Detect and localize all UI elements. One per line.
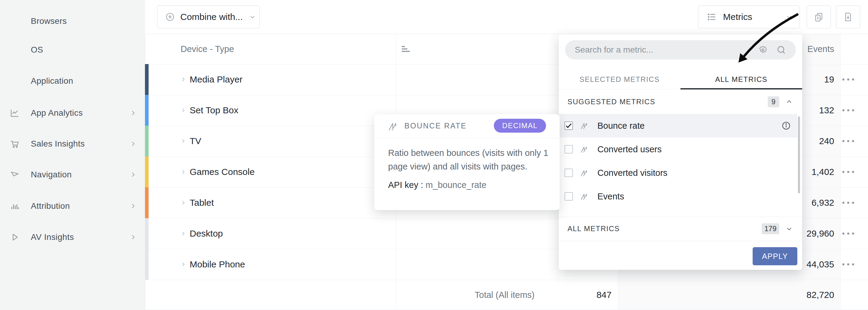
row-actions-menu[interactable] — [842, 202, 854, 204]
suggested-metrics-header[interactable]: SUGGESTED METRICS 9 — [559, 89, 802, 114]
copy-icon — [813, 11, 824, 22]
sidebar-item-sales-insights[interactable]: Sales Insights — [0, 135, 145, 153]
metric-label: Bounce rate — [597, 121, 645, 131]
caret-right-icon[interactable] — [180, 261, 187, 268]
tab-label: SELECTED METRICS — [580, 75, 660, 84]
info-icon[interactable] — [782, 121, 791, 130]
events-value: 1,402 — [811, 167, 834, 177]
events-value: 6,932 — [811, 197, 834, 208]
play-icon — [10, 232, 20, 242]
row-actions-menu[interactable] — [842, 140, 854, 142]
app-root: Browsers OS Application App Analytics Sa… — [0, 0, 868, 310]
column-header-dimension[interactable]: Device - Type — [181, 44, 234, 54]
pennant-icon — [10, 169, 20, 180]
chevron-right-icon — [129, 109, 137, 117]
count-badge: 9 — [768, 96, 779, 107]
tab-selected-metrics[interactable]: SELECTED METRICS — [559, 69, 680, 90]
caret-right-icon[interactable] — [180, 107, 187, 114]
checkbox[interactable] — [564, 168, 573, 177]
sidebar-item-attribution[interactable]: Attribution — [0, 197, 145, 215]
sidebar-item-os[interactable]: OS — [0, 41, 145, 59]
row-color-stripe — [145, 187, 149, 218]
apply-button[interactable]: APPLY — [753, 247, 797, 265]
search-placeholder: Search for a metric... — [575, 45, 653, 55]
plus-circle-icon — [165, 12, 175, 22]
sidebar-item-label: App Analytics — [31, 108, 83, 118]
metric-label: Converted visitors — [597, 168, 668, 178]
total-events-value: 82,720 — [806, 290, 834, 300]
toolbar: Combine with... Metrics — [145, 0, 868, 34]
chevron-down-icon — [249, 13, 256, 21]
row-actions-menu[interactable] — [842, 171, 854, 173]
divider — [374, 138, 560, 138]
panel-scrollbar[interactable] — [798, 116, 800, 193]
section-label: SUGGESTED METRICS — [567, 98, 655, 106]
row-color-stripe — [145, 95, 149, 126]
events-value: 240 — [819, 136, 834, 146]
metric-zigzag-icon — [580, 191, 590, 201]
sidebar: Browsers OS Application App Analytics Sa… — [0, 0, 145, 310]
chevron-right-icon — [129, 171, 137, 179]
sidebar-item-browsers[interactable]: Browsers — [0, 12, 145, 30]
tab-all-metrics[interactable]: ALL METRICS — [680, 69, 802, 90]
metric-row-events[interactable]: Events — [559, 185, 797, 208]
metric-search-input[interactable]: Search for a metric... — [565, 40, 796, 60]
row-actions-menu[interactable] — [842, 79, 854, 81]
tooltip-api-key: API key : m_bounce_rate — [388, 180, 487, 190]
metric-row-converted-users[interactable]: Converted users — [559, 137, 797, 161]
search-icon[interactable] — [776, 44, 787, 55]
sidebar-item-av-insights[interactable]: AV Insights — [0, 228, 145, 246]
row-label: Mobile Phone — [190, 259, 245, 270]
checkbox[interactable] — [564, 145, 573, 154]
sidebar-item-navigation[interactable]: Navigation — [0, 165, 145, 184]
caret-right-icon[interactable] — [180, 168, 187, 175]
caret-right-icon[interactable] — [180, 199, 187, 206]
row-label: Games Console — [190, 167, 255, 177]
all-metrics-header[interactable]: ALL METRICS 179 — [559, 217, 802, 241]
count-badge: 179 — [762, 223, 779, 234]
sort-icon[interactable] — [402, 45, 411, 53]
metric-label: Events — [597, 191, 624, 202]
sidebar-item-app-analytics[interactable]: App Analytics — [0, 104, 145, 122]
sidebar-item-application[interactable]: Application — [0, 72, 145, 90]
row-actions-menu[interactable] — [842, 232, 854, 235]
events-value: 132 — [819, 105, 834, 116]
tab-label: ALL METRICS — [715, 75, 768, 84]
chevron-up-icon[interactable] — [785, 98, 793, 106]
export-button[interactable] — [836, 5, 860, 28]
tooltip-description: Ratio between bounces (visits with only … — [388, 146, 557, 174]
combine-with-label: Combine with... — [180, 12, 243, 22]
column-header-events[interactable]: Events — [807, 44, 834, 54]
metric-zigzag-icon — [580, 121, 590, 130]
row-color-stripe — [145, 249, 149, 280]
duplicate-button[interactable] — [807, 5, 831, 28]
metric-row-bounce-rate[interactable]: Bounce rate — [559, 114, 797, 137]
bar-chart-icon — [10, 201, 20, 211]
caret-right-icon[interactable] — [180, 138, 187, 145]
row-actions-menu[interactable] — [842, 264, 854, 266]
gear-icon[interactable] — [758, 45, 768, 55]
events-value: 29,960 — [806, 228, 834, 239]
chevron-down-icon — [785, 13, 793, 21]
download-file-icon — [843, 11, 854, 22]
cart-icon — [10, 139, 20, 149]
tooltip-title: BOUNCE RATE — [404, 121, 467, 130]
metric-zigzag-icon — [580, 168, 590, 178]
total-row: Total (All items) 847 82,720 — [145, 280, 868, 310]
caret-right-icon[interactable] — [180, 76, 187, 83]
sidebar-item-label: Navigation — [31, 170, 71, 180]
metric-zigzag-icon — [388, 120, 400, 132]
events-value: 19 — [824, 74, 834, 85]
row-actions-menu[interactable] — [842, 110, 854, 112]
metrics-dropdown-button[interactable]: Metrics — [698, 5, 800, 28]
caret-right-icon[interactable] — [180, 230, 187, 237]
metric-zigzag-icon — [580, 145, 590, 154]
row-color-stripe — [145, 64, 149, 95]
checkbox[interactable] — [564, 192, 573, 200]
row-label: Set Top Box — [190, 105, 238, 116]
apply-button-label: APPLY — [762, 252, 788, 261]
metric-row-converted-visitors[interactable]: Converted visitors — [559, 161, 797, 185]
chevron-down-icon[interactable] — [785, 225, 793, 232]
combine-with-button[interactable]: Combine with... — [157, 5, 260, 28]
row-color-stripe — [145, 156, 149, 187]
